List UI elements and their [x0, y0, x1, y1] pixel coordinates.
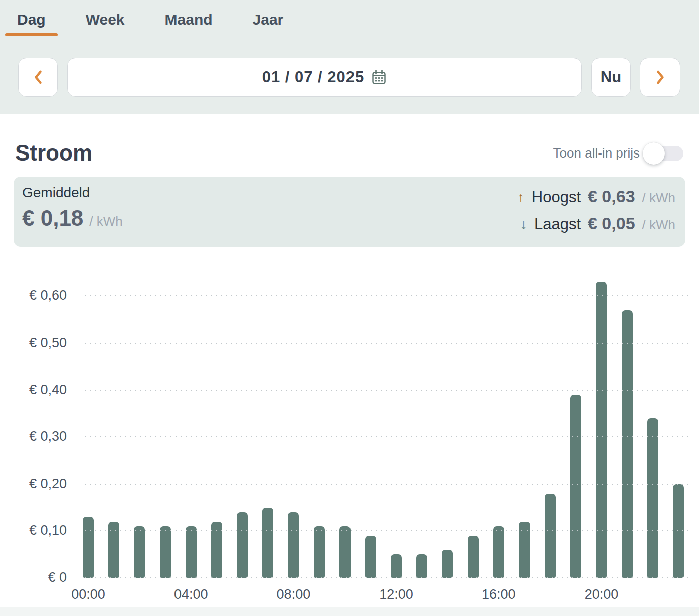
x-axis-tick-12:00: 12:00	[379, 587, 413, 602]
bar-08:00[interactable]	[288, 512, 299, 578]
bar-10:00[interactable]	[339, 526, 351, 578]
highest-unit: / kWh	[642, 190, 675, 206]
date-field[interactable]: 01 / 07 / 2025	[67, 58, 582, 97]
chevron-left-icon	[33, 69, 44, 85]
allin-toggle-row: Toon all-in prijs	[553, 145, 683, 161]
bar-13:00[interactable]	[416, 554, 427, 578]
y-axis-tick: € 0,50	[10, 335, 67, 351]
gridline-€0,60	[85, 295, 692, 296]
gridline-€0	[85, 577, 692, 578]
arrow-up-icon: ↑	[517, 190, 525, 205]
stats-card: Gemiddeld € 0,18 / kWh ↑ Hoogst € 0,63 /…	[14, 177, 685, 247]
bar-14:00[interactable]	[442, 550, 453, 578]
bar-12:00[interactable]	[391, 554, 402, 578]
gridline-€0,40	[85, 390, 692, 391]
price-bar-chart: € 0€ 0,10€ 0,20€ 0,30€ 0,40€ 0,50€ 0,600…	[0, 271, 699, 607]
toggle-knob	[643, 142, 665, 165]
high-low-block: ↑ Hoogst € 0,63 / kWh ↓ Laagst € 0,05 / …	[517, 187, 675, 233]
gridline-€0,20	[85, 484, 692, 485]
x-axis-tick-20:00: 20:00	[585, 587, 619, 602]
tab-maand[interactable]: Maand	[165, 11, 213, 36]
bar-04:00[interactable]	[186, 526, 197, 578]
y-axis-tick: € 0,30	[10, 429, 67, 444]
bar-16:00[interactable]	[493, 526, 504, 578]
tab-jaar[interactable]: Jaar	[253, 11, 284, 36]
now-button[interactable]: Nu	[591, 58, 631, 97]
date-navigation: 01 / 07 / 2025 Nu	[18, 58, 680, 97]
gridline-€0,50	[85, 343, 692, 344]
allin-toggle-label: Toon all-in prijs	[553, 145, 640, 161]
bar-07:00[interactable]	[262, 508, 273, 578]
next-day-button[interactable]	[640, 58, 680, 97]
tab-week[interactable]: Week	[86, 11, 125, 36]
arrow-down-icon: ↓	[520, 217, 527, 232]
previous-day-button[interactable]	[18, 58, 58, 97]
chart-plot	[83, 271, 684, 578]
bar-15:00[interactable]	[468, 536, 479, 578]
highest-label: Hoogst	[532, 188, 581, 206]
bar-18:00[interactable]	[545, 494, 556, 578]
gridline-€0,30	[85, 436, 692, 437]
y-axis-tick: € 0	[10, 570, 67, 585]
y-axis-tick: € 0,20	[10, 476, 67, 492]
x-axis-tick-00:00: 00:00	[71, 587, 105, 602]
average-unit: / kWh	[89, 214, 122, 229]
date-value: 01 / 07 / 2025	[262, 68, 365, 86]
period-tabs: Dag Week Maand Jaar	[17, 11, 283, 36]
bar-09:00[interactable]	[314, 526, 325, 578]
lowest-unit: / kWh	[642, 217, 675, 233]
x-axis-tick-16:00: 16:00	[482, 587, 516, 602]
header: Dag Week Maand Jaar 01 / 07 / 2025	[0, 0, 699, 114]
page-title: Stroom	[15, 140, 92, 166]
bar-22:00[interactable]	[647, 418, 658, 578]
bar-00:00[interactable]	[83, 517, 94, 578]
bar-20:00[interactable]	[596, 282, 607, 578]
gridline-€0,10	[85, 530, 692, 531]
bar-02:00[interactable]	[134, 526, 145, 578]
lowest-value: € 0,05	[588, 214, 635, 233]
lowest-label: Laagst	[534, 215, 581, 233]
bar-06:00[interactable]	[237, 512, 248, 578]
y-axis-tick: € 0,60	[10, 288, 67, 303]
average-value: € 0,18	[22, 206, 83, 231]
footer-band	[0, 607, 699, 616]
bar-11:00[interactable]	[365, 536, 376, 578]
x-axis-tick-08:00: 08:00	[277, 587, 311, 602]
bar-03:00[interactable]	[160, 526, 171, 578]
bar-21:00[interactable]	[622, 310, 633, 578]
lowest-row: ↓ Laagst € 0,05 / kWh	[517, 214, 675, 233]
average-label: Gemiddeld	[22, 185, 123, 201]
average-block: Gemiddeld € 0,18 / kWh	[22, 185, 123, 231]
x-axis-tick-04:00: 04:00	[174, 587, 208, 602]
bar-19:00[interactable]	[570, 395, 581, 578]
highest-value: € 0,63	[588, 187, 635, 206]
calendar-icon	[371, 69, 387, 86]
highest-row: ↑ Hoogst € 0,63 / kWh	[517, 187, 675, 206]
y-axis-tick: € 0,10	[10, 523, 67, 538]
allin-price-toggle[interactable]	[648, 146, 683, 161]
energy-price-app: Dag Week Maand Jaar 01 / 07 / 2025	[0, 0, 699, 616]
chevron-right-icon	[655, 69, 666, 85]
tab-dag[interactable]: Dag	[17, 11, 46, 36]
y-axis-tick: € 0,40	[10, 382, 67, 398]
